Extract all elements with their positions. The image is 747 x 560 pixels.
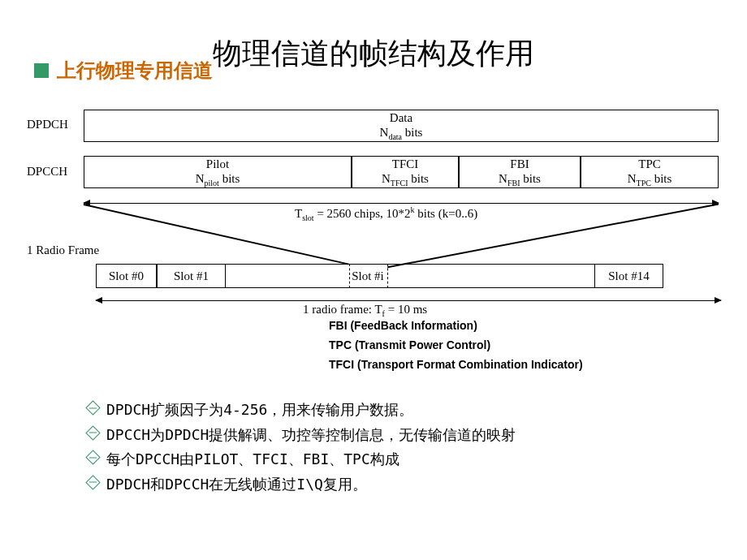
note-item: DPCCH为DPDCH提供解调、功控等控制信息，无传输信道的映射 (88, 423, 516, 448)
bullet-square-icon (34, 63, 49, 78)
radio-frame-arrow (96, 300, 721, 301)
pilot-title: Pilot (206, 157, 229, 171)
slot-gap-right (387, 264, 594, 288)
slot-14-label: Slot #14 (608, 269, 649, 283)
dpdch-box: Data Ndata bits (84, 110, 719, 142)
tslot-arrow (84, 203, 719, 204)
dpcch-pilot-box: Pilot Npilot bits (84, 156, 352, 188)
note-text: DPDCH扩频因子为4-256，用来传输用户数据。 (106, 398, 413, 423)
notes-list: DPDCH扩频因子为4-256，用来传输用户数据。 DPCCH为DPDCH提供解… (88, 398, 516, 497)
slot-1-label: Slot #1 (174, 269, 209, 283)
tfci-title: TFCI (392, 157, 419, 171)
note-item: DPDCH扩频因子为4-256，用来传输用户数据。 (88, 398, 516, 423)
dpdch-data-label: Data (390, 110, 412, 125)
slot-i-left-edge (349, 264, 350, 288)
dpcch-tpc-box: TPC NTPC bits (581, 156, 719, 188)
slot-14-box: Slot #14 (594, 264, 663, 288)
dpcch-label: DPCCH (27, 165, 67, 179)
subtitle-text: 上行物理专用信道 (57, 58, 213, 84)
slot-0-label: Slot #0 (109, 269, 144, 283)
slot-gap-left (226, 264, 348, 288)
slot-0-box: Slot #0 (96, 264, 157, 288)
tpc-title: TPC (638, 157, 661, 171)
fbi-bits: NFBI bits (499, 171, 541, 188)
legend-tfci: TFCI (Transport Format Combination Indic… (329, 355, 583, 375)
note-text: 每个DPCCH由PILOT、TFCI、FBI、TPC构成 (106, 447, 399, 472)
dpcch-fbi-box: FBI NFBI bits (459, 156, 581, 188)
tslot-label: Tslot = 2560 chips, 10*2k bits (k=0..6) (295, 205, 477, 222)
tpc-bits: NTPC bits (628, 171, 672, 188)
diamond-bullet-icon (88, 403, 98, 413)
pilot-bits: Npilot bits (196, 171, 240, 188)
slot-1-box: Slot #1 (157, 264, 226, 288)
note-item: 每个DPCCH由PILOT、TFCI、FBI、TPC构成 (88, 447, 516, 472)
dpdch-bits-label: Ndata bits (380, 125, 423, 142)
note-item: DPDCH和DPCCH在无线帧通过I\Q复用。 (88, 472, 516, 498)
note-text: DPCCH为DPDCH提供解调、功控等控制信息，无传输信道的映射 (106, 423, 516, 448)
dpdch-label: DPDCH (27, 118, 68, 131)
diamond-bullet-icon (88, 452, 98, 463)
tfci-bits: NTFCI bits (382, 171, 429, 188)
dpcch-tfci-box: TFCI NTFCI bits (352, 156, 459, 188)
slot-i-box: Slot #i (348, 264, 387, 288)
slot-i-label: Slot #i (352, 269, 384, 283)
radio-frame-label: 1 Radio Frame (27, 243, 99, 257)
note-text: DPDCH和DPCCH在无线帧通过I\Q复用。 (106, 472, 367, 498)
diamond-bullet-icon (88, 477, 98, 488)
acronym-legend: FBI (FeedBack Information) TPC (Transmit… (329, 317, 583, 374)
fbi-title: FBI (510, 157, 529, 171)
legend-fbi: FBI (FeedBack Information) (329, 317, 583, 336)
legend-tpc: TPC (Transmit Power Control) (329, 336, 583, 355)
diamond-bullet-icon (88, 428, 98, 438)
